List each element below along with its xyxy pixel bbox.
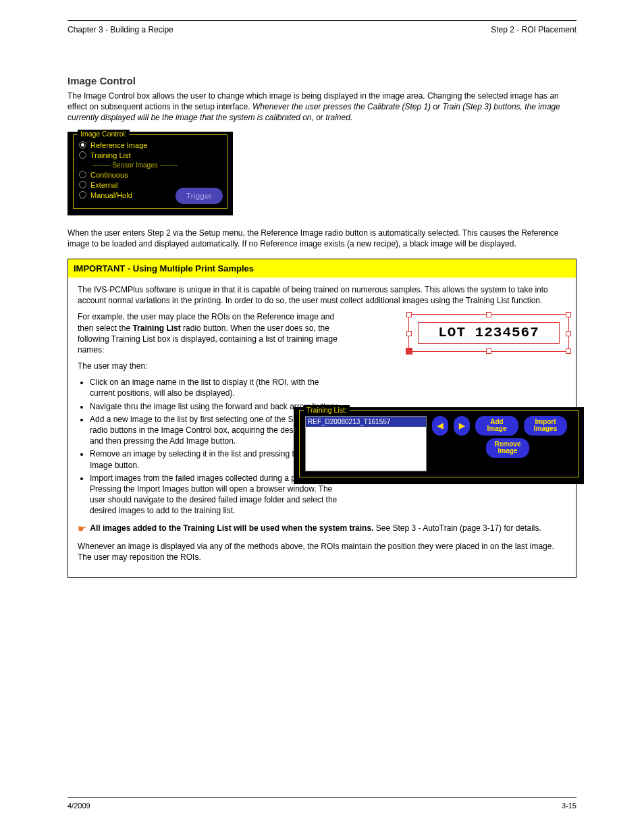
pointer-icon: ☛ [78, 522, 86, 536]
training-listbox[interactable]: REF_D20080213_T161557 [305, 416, 427, 471]
section-para-1: The Image Control box allows the user to… [68, 90, 576, 124]
page-footer: 4/2009 3-15 [68, 797, 576, 810]
step-label: Step 2 - ROI Placement [491, 25, 576, 34]
section-para-2: When the user enters Step 2 via the Setu… [68, 228, 576, 249]
trigger-button[interactable]: Trigger [176, 188, 223, 204]
radio-reference-image[interactable]: Reference Image [79, 141, 221, 149]
important-trailing: Whenever an image is displayed via any o… [78, 541, 566, 563]
footer-date: 4/2009 [68, 802, 90, 810]
remove-image-button[interactable]: Remove Image [486, 438, 529, 458]
training-list-item[interactable]: REF_D20080213_T161557 [306, 417, 426, 427]
important-note: ☛ All images added to the Training List … [78, 522, 566, 536]
important-p2: For example, the user may place the ROIs… [78, 311, 344, 355]
next-image-button[interactable]: ▶ [454, 416, 470, 436]
training-list-panel: Training List: REF_D20080213_T161557 ◀ ▶ [294, 407, 584, 484]
radio-icon [79, 191, 86, 199]
prev-image-button[interactable]: ◀ [432, 416, 448, 436]
roi-text: LOT 1234567 [418, 322, 560, 344]
image-control-panel: Image Control: Reference Image Training … [68, 132, 233, 215]
sensor-images-divider: -------- Sensor Images -------- [92, 161, 221, 169]
radio-icon [79, 181, 86, 188]
radio-icon [79, 171, 86, 178]
image-control-legend: Image Control: [78, 130, 130, 138]
important-box: IMPORTANT - Using Multiple Print Samples… [68, 259, 576, 578]
important-p1: The IVS-PCMPlus software is unique in th… [78, 284, 566, 306]
training-list-legend: Training List: [304, 405, 350, 415]
prev-icon: ◀ [437, 422, 443, 430]
import-images-button[interactable]: Import Images [524, 416, 567, 436]
important-title: IMPORTANT - Using Multiple Print Samples [68, 259, 576, 278]
section-heading: Image Control [68, 75, 576, 86]
radio-continuous[interactable]: Continuous [79, 171, 221, 179]
chapter-label: Chapter 3 - Building a Recipe [68, 25, 173, 34]
radio-selected-icon [79, 141, 86, 149]
image-control-groupbox: Image Control: Reference Image Training … [73, 134, 227, 209]
bullets-intro: The user may then: [78, 361, 344, 371]
next-icon: ▶ [459, 422, 464, 430]
radio-icon [79, 151, 86, 159]
add-image-button[interactable]: Add Image [475, 416, 518, 436]
footer-page: 3-15 [562, 802, 576, 810]
bullet-item: Click on an image name in the list to di… [90, 377, 344, 398]
roi-selection-figure: LOT 1234567 [408, 314, 570, 355]
radio-training-list[interactable]: Training List [79, 151, 221, 159]
page-header: Chapter 3 - Building a Recipe Step 2 - R… [68, 25, 576, 34]
important-body: The IVS-PCMPlus software is unique in th… [68, 278, 576, 577]
